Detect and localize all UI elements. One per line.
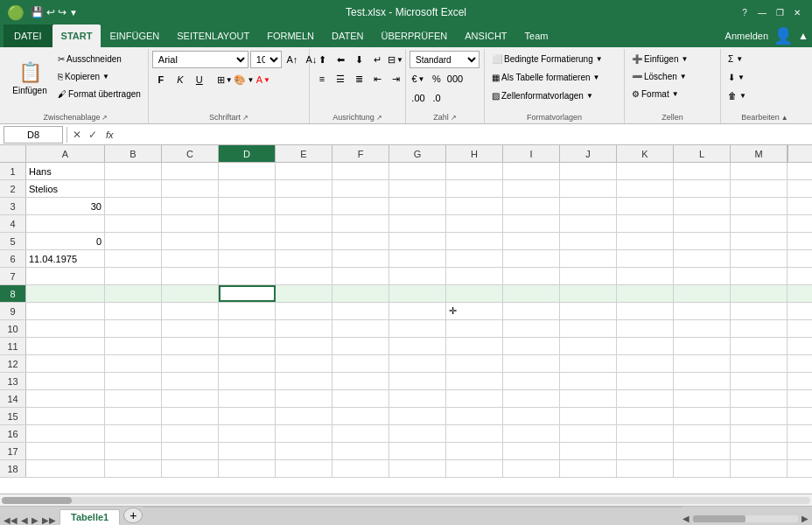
cell-H10[interactable] — [446, 320, 503, 337]
cell-J15[interactable] — [560, 408, 617, 424]
cell-J11[interactable] — [560, 338, 617, 354]
cell-G1[interactable] — [389, 163, 446, 179]
cell-C2[interactable] — [162, 180, 219, 197]
cell-J13[interactable] — [560, 373, 617, 389]
clear-dropdown[interactable]: ▼ — [739, 92, 746, 100]
cell-M4[interactable] — [731, 215, 788, 232]
cell-I15[interactable] — [503, 408, 560, 424]
indent-increase-btn[interactable]: ⇥ — [387, 70, 404, 88]
cell-I6[interactable] — [503, 250, 560, 267]
cell-I18[interactable] — [503, 460, 560, 477]
cell-M13[interactable] — [731, 373, 788, 389]
tab-daten[interactable]: DATEN — [323, 24, 372, 47]
cell-L10[interactable] — [674, 320, 731, 337]
col-header-M[interactable]: M — [731, 145, 788, 162]
cell-B18[interactable] — [105, 460, 162, 477]
cell-H7[interactable] — [446, 268, 503, 284]
cell-H17[interactable] — [446, 443, 503, 459]
minimize-button[interactable]: — — [754, 4, 770, 20]
italic-button[interactable]: K — [172, 71, 189, 88]
cell-L15[interactable] — [674, 408, 731, 424]
redo-icon[interactable]: ↪ — [58, 6, 66, 18]
increase-font-btn[interactable]: A↑ — [284, 51, 301, 68]
cell-E7[interactable] — [276, 268, 332, 284]
format-cells-btn[interactable]: ⚙ Format ▼ — [628, 86, 691, 102]
cell-K12[interactable] — [617, 355, 674, 372]
border-button[interactable]: ⊞▼ — [216, 71, 234, 88]
maximize-button[interactable]: ❐ — [772, 4, 788, 20]
delete-cells-btn[interactable]: ➖ Löschen ▼ — [628, 68, 691, 85]
cell-H9[interactable]: ✛ — [446, 303, 503, 319]
cell-H13[interactable] — [446, 373, 503, 389]
cell-D1[interactable] — [219, 163, 276, 179]
cell-G12[interactable] — [389, 355, 446, 372]
cell-E5[interactable] — [276, 233, 332, 249]
cell-B15[interactable] — [105, 408, 162, 424]
percent-btn[interactable]: % — [428, 70, 445, 88]
cell-A16[interactable] — [26, 425, 105, 442]
save-icon[interactable]: 💾 — [31, 6, 44, 18]
cell-E10[interactable] — [276, 320, 332, 337]
cell-F7[interactable] — [332, 268, 389, 284]
col-header-B[interactable]: B — [105, 145, 162, 162]
cell-F6[interactable] — [332, 250, 389, 267]
cell-M3[interactable] — [731, 198, 788, 214]
insert-dropdown[interactable]: ▼ — [681, 55, 688, 63]
sheet-tab-tabelle1[interactable]: Tabelle1 — [60, 509, 120, 525]
cell-G7[interactable] — [389, 268, 446, 284]
row-num-10[interactable]: 10 — [0, 320, 26, 337]
ribbon-collapse-icon[interactable]: ▲ — [798, 30, 808, 42]
cell-G13[interactable] — [389, 373, 446, 389]
cell-E13[interactable] — [276, 373, 332, 389]
cell-J10[interactable] — [560, 320, 617, 337]
cell-G4[interactable] — [389, 215, 446, 232]
cell-B17[interactable] — [105, 443, 162, 459]
cell-A12[interactable] — [26, 355, 105, 372]
cell-I10[interactable] — [503, 320, 560, 337]
cell-A6[interactable]: 11.04.1975 — [26, 250, 105, 267]
sheet-scrollbar[interactable] — [693, 515, 798, 522]
tab-scroll-next-btn[interactable]: ▶ — [32, 515, 38, 525]
cell-K11[interactable] — [617, 338, 674, 354]
cell-C12[interactable] — [162, 355, 219, 372]
font-size-select[interactable]: 10 — [250, 51, 282, 68]
tab-scroll-prev-btn[interactable]: ◀ — [21, 515, 28, 525]
cell-I7[interactable] — [503, 268, 560, 284]
cell-J6[interactable] — [560, 250, 617, 267]
cell-K5[interactable] — [617, 233, 674, 249]
col-header-C[interactable]: C — [162, 145, 219, 162]
cell-K8[interactable] — [617, 285, 674, 302]
cell-I11[interactable] — [503, 338, 560, 354]
col-header-K[interactable]: K — [617, 145, 674, 162]
cell-M16[interactable] — [731, 425, 788, 442]
cell-F15[interactable] — [332, 408, 389, 424]
cell-K3[interactable] — [617, 198, 674, 214]
cell-B1[interactable] — [105, 163, 162, 179]
cell-G10[interactable] — [389, 320, 446, 337]
cell-G15[interactable] — [389, 408, 446, 424]
cell-A9[interactable] — [26, 303, 105, 319]
cell-J12[interactable] — [560, 355, 617, 372]
tab-ansicht[interactable]: ANSICHT — [456, 24, 515, 47]
cell-L6[interactable] — [674, 250, 731, 267]
cell-D18[interactable] — [219, 460, 276, 477]
cell-F18[interactable] — [332, 460, 389, 477]
cell-K14[interactable] — [617, 390, 674, 407]
cell-J9[interactable] — [560, 303, 617, 319]
h-scroll-track[interactable] — [2, 497, 810, 504]
clear-btn[interactable]: 🗑 ▼ — [724, 88, 750, 104]
cell-C16[interactable] — [162, 425, 219, 442]
cell-A3[interactable]: 30 — [26, 198, 105, 214]
cell-K17[interactable] — [617, 443, 674, 459]
row-num-8[interactable]: 8 — [0, 285, 26, 302]
horizontal-scrollbar[interactable] — [0, 494, 812, 506]
cell-C11[interactable] — [162, 338, 219, 354]
cell-M8[interactable] — [731, 285, 788, 302]
cell-A2[interactable]: Stelios — [26, 180, 105, 197]
number-format-select[interactable]: Standard — [410, 51, 480, 68]
cell-C3[interactable] — [162, 198, 219, 214]
cell-B13[interactable] — [105, 373, 162, 389]
cell-A17[interactable] — [26, 443, 105, 459]
cell-D6[interactable] — [219, 250, 276, 267]
align-top-btn[interactable]: ⬆ — [313, 51, 331, 68]
